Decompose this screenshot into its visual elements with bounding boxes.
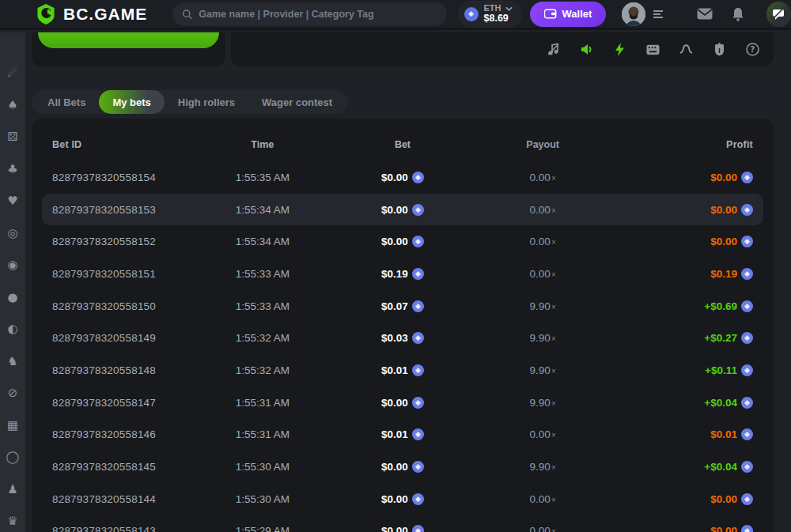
table-row[interactable]: 82879378320558154 1:55:35 AM $0.00 ◆ 0.0… <box>42 161 763 194</box>
multiplier-x: × <box>551 303 556 311</box>
payout-multiplier: 0.00 <box>530 525 551 532</box>
bet-cell: $0.00 ◆ <box>332 204 472 216</box>
payout-multiplier: 9.90 <box>530 397 551 409</box>
avatar[interactable] <box>622 2 645 26</box>
tab-all-bets[interactable]: All Bets <box>34 90 99 114</box>
chat-toggle-icon[interactable] <box>766 2 791 27</box>
bell-icon[interactable] <box>729 6 747 23</box>
sidebar-item-wheel-game[interactable]: ◉ <box>2 255 23 275</box>
wallet-button[interactable]: Wallet <box>530 2 607 27</box>
payout-cell: 9.90× <box>473 397 613 409</box>
balance-selector[interactable]: ◆ ETH $8.69 <box>458 1 522 28</box>
sidebar-item-plinko-game[interactable]: ♛ <box>2 511 23 531</box>
table-row[interactable]: 82879378320558149 1:55:32 AM $0.03 ◆ 9.9… <box>42 322 763 354</box>
bet-cell: $0.00 ◆ <box>332 397 472 409</box>
sidebar-item-stab-game[interactable]: ♟ <box>2 479 23 500</box>
tab-high-rollers[interactable]: High rollers <box>165 90 248 114</box>
table-row[interactable]: 82879378320558148 1:55:32 AM $0.01 ◆ 9.9… <box>42 354 763 387</box>
sidebar-item-chips-game[interactable]: ♣ <box>2 159 23 179</box>
table-row[interactable]: 82879378320558153 1:55:34 AM $0.00 ◆ 0.0… <box>42 194 763 226</box>
bet-amount: $0.00 <box>381 236 408 247</box>
search-bar[interactable] <box>172 2 446 26</box>
tab-my-bets[interactable]: My bets <box>99 90 164 114</box>
eth-coin-icon: ◆ <box>741 300 753 312</box>
bet-amount: $0.00 <box>381 204 408 216</box>
fruit-game-icon: ♥ <box>7 194 17 208</box>
payout-cell: 0.00× <box>473 428 613 440</box>
payout-multiplier: 9.90 <box>530 364 551 376</box>
sidebar-item-crash-game[interactable]: ☄ <box>2 62 23 83</box>
bcgame-logo[interactable]: BC.GAME <box>36 3 147 25</box>
limbo-game-icon: ◎ <box>7 226 17 240</box>
payout-cell: 9.90× <box>473 300 613 312</box>
music-off-icon[interactable] <box>547 43 560 56</box>
sidebar-item-limbo-game[interactable]: ◎ <box>2 223 23 243</box>
col-header-bet: Bet <box>332 139 472 150</box>
sidebar-item-egg-game[interactable]: ● <box>2 287 23 308</box>
bets-table-panel: Bet ID Time Bet Payout Profit 8287937832… <box>32 119 774 532</box>
tab-wager-contest[interactable]: Wager contest <box>248 90 346 114</box>
turbo-bolt-icon[interactable] <box>613 43 626 56</box>
profit-cell: $0.00 ◆ <box>613 204 753 216</box>
menu-icon[interactable] <box>652 9 664 19</box>
eth-coin-icon: ◆ <box>741 332 753 344</box>
sidebar-item-roulette-game[interactable]: ♞ <box>2 351 23 372</box>
ball-game-icon: ⊘ <box>8 386 18 400</box>
profit-cell: $0.00 ◆ <box>613 493 753 505</box>
eth-coin-icon: ◆ <box>741 236 753 247</box>
col-header-profit: Profit <box>613 139 753 150</box>
hotkeys-icon[interactable] <box>646 43 660 56</box>
eth-coin-icon: ◆ <box>412 397 424 409</box>
bet-id-cell: 82879378320558152 <box>52 236 192 247</box>
table-row[interactable]: 82879378320558144 1:55:30 AM $0.00 ◆ 0.0… <box>42 483 763 515</box>
seed-icon[interactable] <box>713 43 726 56</box>
eth-coin-icon: ◆ <box>412 461 424 473</box>
bet-id-cell: 82879378320558153 <box>52 204 192 216</box>
table-row[interactable]: 82879378320558147 1:55:31 AM $0.00 ◆ 9.9… <box>42 387 763 419</box>
bet-id-cell: 82879378320558148 <box>52 364 192 376</box>
bet-id-cell: 82879378320558151 <box>52 268 192 280</box>
sidebar-item-cards-game[interactable]: ♠ <box>2 95 23 115</box>
sidebar-item-keno-game[interactable]: ▦ <box>2 415 23 436</box>
chips-game-icon: ♣ <box>7 162 17 176</box>
bet-cell: $0.03 ◆ <box>332 332 472 344</box>
table-row[interactable]: 82879378320558151 1:55:33 AM $0.19 ◆ 0.0… <box>42 258 763 290</box>
table-row[interactable]: 82879378320558143 1:55:29 AM $0.00 ◆ 0.0… <box>42 515 763 532</box>
bet-button[interactable] <box>38 32 219 48</box>
trends-icon[interactable] <box>679 43 693 56</box>
bet-amount: $0.00 <box>381 493 408 505</box>
multiplier-x: × <box>551 399 556 408</box>
sidebar-item-dice-game[interactable]: ⚄ <box>2 126 23 147</box>
sidebar-item-fruit-game[interactable]: ♥ <box>2 191 23 211</box>
payout-cell: 0.00× <box>473 525 613 532</box>
table-row[interactable]: 82879378320558146 1:55:31 AM $0.01 ◆ 0.0… <box>42 419 763 451</box>
coinflip-game-icon: ◐ <box>7 322 17 336</box>
sidebar-item-ball-game[interactable]: ⊘ <box>2 383 23 403</box>
sidebar-item-ring-game[interactable]: ◯ <box>2 447 23 467</box>
eth-coin-icon: ◆ <box>741 204 753 216</box>
table-row[interactable]: 82879378320558152 1:55:34 AM $0.00 ◆ 0.0… <box>42 225 763 258</box>
col-header-payout: Payout <box>473 139 613 150</box>
eth-coin-icon: ◆ <box>412 428 424 440</box>
profit-cell: $0.19 ◆ <box>613 268 753 280</box>
mail-icon[interactable] <box>696 6 713 23</box>
sound-on-icon[interactable] <box>580 43 593 56</box>
help-icon[interactable]: ? <box>746 43 759 56</box>
multiplier-x: × <box>551 238 556 247</box>
game-panel-bottom: ? <box>32 32 774 66</box>
bet-amount: $0.00 <box>381 397 408 409</box>
user-profile[interactable] <box>622 2 664 26</box>
time-cell: 1:55:31 AM <box>192 397 332 409</box>
col-header-time: Time <box>192 139 332 150</box>
bet-amount: $0.19 <box>381 268 408 280</box>
table-row[interactable]: 82879378320558145 1:55:30 AM $0.00 ◆ 9.9… <box>42 451 763 483</box>
payout-multiplier: 0.00 <box>530 172 551 183</box>
bet-id-cell: 82879378320558147 <box>52 397 192 409</box>
search-input[interactable] <box>199 9 437 20</box>
profit-amount: +$0.04 <box>704 397 737 409</box>
table-row[interactable]: 82879378320558150 1:55:33 AM $0.07 ◆ 9.9… <box>42 290 763 323</box>
payout-multiplier: 0.00 <box>530 204 551 216</box>
svg-text:?: ? <box>751 45 755 54</box>
wallet-label: Wallet <box>562 8 592 20</box>
sidebar-item-coinflip-game[interactable]: ◐ <box>2 319 23 339</box>
